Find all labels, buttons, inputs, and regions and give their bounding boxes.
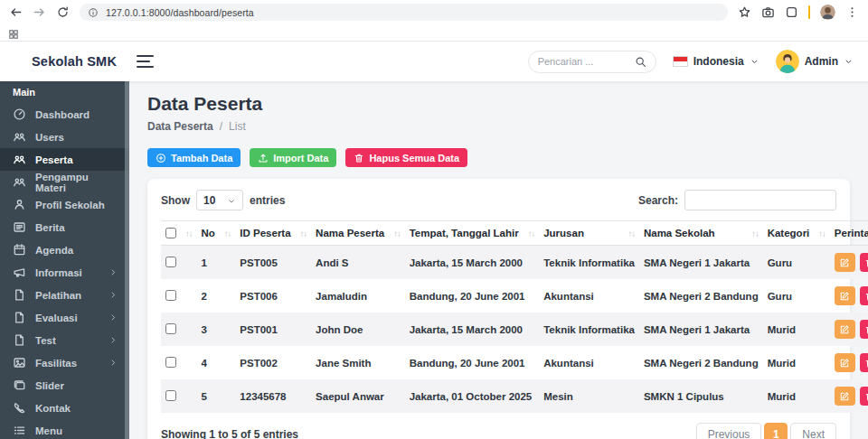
column-header-id-peserta[interactable]: ID Peserta↑↓ xyxy=(235,221,311,246)
edit-button[interactable] xyxy=(835,387,855,406)
sidebar-item-label: Pengampu Materi xyxy=(35,172,118,193)
sidebar-item-pelatihan[interactable]: Pelatihan xyxy=(0,284,129,306)
cell-nama: Jamaludin xyxy=(311,279,405,313)
cell-no: 3 xyxy=(197,313,236,346)
sidebar-item-evaluasi[interactable]: Evaluasi xyxy=(0,306,129,329)
sidebar-item-users[interactable]: Users xyxy=(0,126,129,148)
sidebar-item-slider[interactable]: Slider xyxy=(0,374,129,397)
row-checkbox[interactable] xyxy=(165,390,176,401)
sidebar-item-agenda[interactable]: Agenda xyxy=(0,238,129,261)
calendar-icon xyxy=(13,243,26,257)
column-header-kategori[interactable]: Kategori↑↓ xyxy=(763,221,830,246)
apps-grid-icon[interactable] xyxy=(8,27,19,38)
column-label: No xyxy=(202,228,215,238)
cell-select xyxy=(161,279,197,313)
browser-profile-avatar[interactable] xyxy=(820,5,835,20)
edit-button[interactable] xyxy=(835,253,855,272)
column-header-nama-sekolah[interactable]: Nama Sekolah↑↓ xyxy=(639,221,763,246)
row-checkbox[interactable] xyxy=(165,290,176,301)
delete-button[interactable] xyxy=(860,253,868,272)
bookmark-star-icon[interactable] xyxy=(738,5,751,19)
sidebar-item-peserta[interactable]: Peserta xyxy=(0,148,129,171)
slides-icon xyxy=(13,378,26,392)
sidebar-item-label: Fasilitas xyxy=(35,358,77,369)
brand-logo[interactable]: Sekolah SMK xyxy=(0,54,131,69)
column-header-no[interactable]: No↑↓ xyxy=(197,221,236,246)
column-label: Tempat, Tanggal Lahir xyxy=(410,228,519,238)
sidebar-toggle-icon[interactable] xyxy=(137,55,154,68)
column-header-tempat-tanggal-lahir[interactable]: Tempat, Tanggal Lahir↑↓ xyxy=(405,221,539,246)
delete-button[interactable] xyxy=(860,353,868,372)
url-bar[interactable]: 127.0.0.1:8000/dashboard/peserta xyxy=(80,4,728,21)
cell-id: PST002 xyxy=(235,346,311,379)
user-menu[interactable]: Admin xyxy=(776,50,854,73)
import-data-button[interactable]: Import Data xyxy=(250,148,336,167)
row-checkbox[interactable] xyxy=(165,257,176,267)
sidebar-item-kontak[interactable]: Kontak xyxy=(0,397,129,419)
tab-icon[interactable] xyxy=(785,5,798,19)
delete-button[interactable] xyxy=(860,286,868,305)
cell-jurusan: Akuntansi xyxy=(539,346,639,379)
cell-id: PST006 xyxy=(235,279,311,313)
table-header-row: ↑↓ No↑↓ID Peserta↑↓Nama Peserta↑↓Tempat,… xyxy=(161,221,868,246)
cell-sekolah: SMA Negeri 2 Bandung xyxy=(639,279,763,313)
column-header-jurusan[interactable]: Jurusan↑↓ xyxy=(539,221,639,246)
cell-kategori: Murid xyxy=(763,379,830,413)
column-header-select[interactable]: ↑↓ xyxy=(161,221,197,246)
global-search-input[interactable]: Pencarian ... xyxy=(528,51,656,73)
sidebar-item-fasilitas[interactable]: Fasilitas xyxy=(0,351,129,374)
back-icon[interactable] xyxy=(9,5,23,19)
chevron-down-icon xyxy=(750,57,760,67)
delete-button[interactable] xyxy=(860,320,868,339)
cell-nama: Jane Smith xyxy=(311,346,405,379)
cell-ttl: Jakarta, 15 March 2000 xyxy=(405,246,539,280)
sidebar-item-informasi[interactable]: Informasi xyxy=(0,261,129,284)
sidebar-item-dashboard[interactable]: Dashboard xyxy=(0,103,129,126)
edit-button[interactable] xyxy=(835,320,855,339)
cell-ttl: Jakarta, 01 October 2025 xyxy=(405,379,539,413)
page-actions: Tambah Data Import Data Hapus Semua Data xyxy=(147,148,850,167)
indonesia-flag-icon xyxy=(673,56,688,67)
next-page-button[interactable]: Next xyxy=(790,423,836,439)
edit-button[interactable] xyxy=(835,286,855,305)
row-checkbox[interactable] xyxy=(165,357,176,368)
site-info-icon[interactable] xyxy=(88,7,99,18)
sort-icon: ↑↓ xyxy=(618,229,635,238)
main-content: Data Peserta Data Peserta / List Tambah … xyxy=(129,81,868,439)
megaphone-icon xyxy=(13,266,26,279)
camera-icon[interactable] xyxy=(761,5,775,19)
chevron-right-icon xyxy=(108,358,118,368)
column-header-nama-peserta[interactable]: Nama Peserta↑↓ xyxy=(311,221,405,246)
current-page-button[interactable]: 1 xyxy=(764,423,788,439)
previous-page-button[interactable]: Previous xyxy=(696,423,762,439)
sidebar-item-pengampu-materi[interactable]: Pengampu Materi xyxy=(0,171,129,193)
search-icon[interactable] xyxy=(635,56,646,68)
sidebar-item-test[interactable]: Test xyxy=(0,329,129,351)
delete-all-button[interactable]: Hapus Semua Data xyxy=(345,148,467,167)
row-checkbox[interactable] xyxy=(165,323,176,334)
column-label: ID Peserta xyxy=(240,228,290,238)
sidebar-item-berita[interactable]: Berita xyxy=(0,216,129,238)
table-search-input[interactable] xyxy=(684,190,836,210)
sidebar-item-menu[interactable]: Menu xyxy=(0,419,129,439)
reload-icon[interactable] xyxy=(56,5,70,19)
column-label: Kategori xyxy=(768,228,810,238)
table-search-control: Search: xyxy=(638,190,836,210)
edit-button[interactable] xyxy=(835,353,855,372)
sidebar-item-label: Profil Sekolah xyxy=(35,200,105,210)
column-header-perintah[interactable]: Perintah↑↓ xyxy=(830,221,868,246)
breadcrumb-root[interactable]: Data Peserta xyxy=(147,120,213,133)
browser-menu-kebab-icon[interactable] xyxy=(845,5,859,19)
cell-ttl: Bandung, 20 June 2001 xyxy=(405,346,539,379)
forward-icon[interactable] xyxy=(33,5,46,19)
phone-icon xyxy=(13,401,26,415)
cell-nama: Saepul Anwar xyxy=(311,379,405,413)
language-selector[interactable]: Indonesia xyxy=(673,55,760,68)
plus-circle-icon xyxy=(156,153,166,163)
add-data-button[interactable]: Tambah Data xyxy=(147,148,241,167)
sort-icon: ↑↓ xyxy=(809,229,826,238)
sidebar-item-profil-sekolah[interactable]: Profil Sekolah xyxy=(0,193,129,216)
delete-button[interactable] xyxy=(860,387,868,406)
page-length-select[interactable]: 10 xyxy=(196,190,243,210)
select-all-checkbox[interactable] xyxy=(165,228,176,238)
